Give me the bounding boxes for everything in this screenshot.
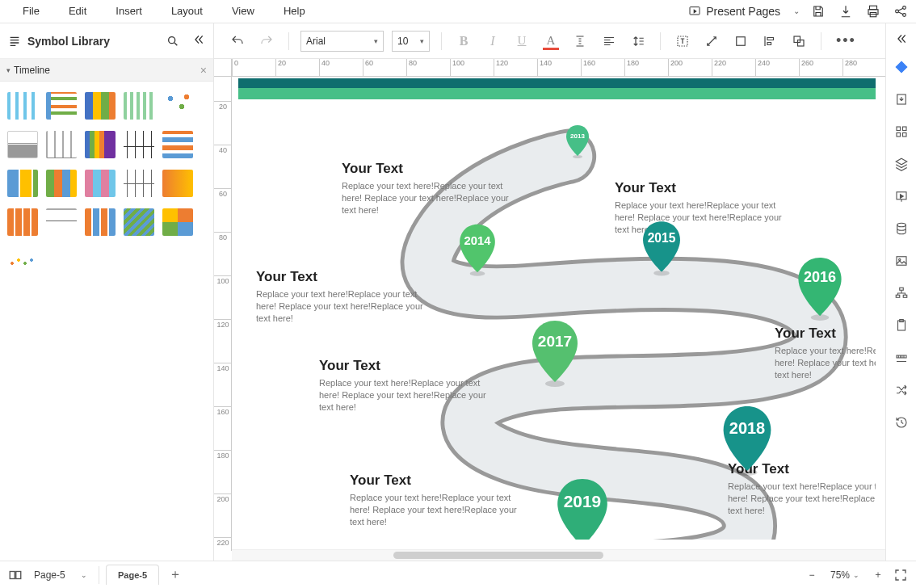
svg-rect-27: [897, 127, 901, 131]
pages-view-icon[interactable]: [8, 568, 23, 582]
text-block[interactable]: Your TextReplace your text here!Replace …: [350, 472, 519, 528]
download-icon[interactable]: [838, 4, 853, 19]
group-button[interactable]: [788, 31, 809, 52]
undo-button[interactable]: [227, 31, 248, 52]
bold-button[interactable]: B: [453, 31, 474, 52]
timeline-symbol[interactable]: [42, 125, 81, 164]
timeline-symbol[interactable]: [158, 203, 197, 242]
timeline-symbol[interactable]: [81, 203, 120, 242]
page-tab[interactable]: Page-5: [106, 565, 159, 585]
svg-point-5: [903, 6, 906, 9]
page-content[interactable]: Your TextReplace your text here!Replace …: [238, 78, 876, 540]
line-spacing-button[interactable]: [628, 31, 649, 52]
style-panel-button[interactable]: [888, 52, 915, 82]
timeline-symbol[interactable]: [120, 203, 158, 242]
timeline-symbol[interactable]: [120, 125, 158, 164]
share-icon[interactable]: [893, 4, 908, 19]
menu-view[interactable]: View: [217, 0, 269, 22]
timeline-symbol[interactable]: [81, 125, 120, 164]
svg-rect-41: [16, 571, 21, 578]
text-body: Replace your text here!Replace your text…: [350, 492, 519, 528]
menu-insert[interactable]: Insert: [101, 0, 157, 22]
shape-fill-button[interactable]: [730, 31, 751, 52]
present-pages-button[interactable]: Present Pages: [680, 2, 788, 21]
svg-rect-33: [897, 257, 906, 266]
slideshow-panel-button[interactable]: [888, 182, 915, 211]
data-panel-button[interactable]: [888, 214, 915, 243]
shuffle-button[interactable]: [888, 376, 915, 405]
timeline-symbol[interactable]: [42, 86, 81, 125]
page-select[interactable]: Page-5⌄: [29, 565, 92, 586]
svg-rect-28: [902, 127, 906, 131]
image-panel-button[interactable]: [888, 246, 915, 275]
text-block[interactable]: Your TextReplace your text here!Replace …: [342, 161, 511, 216]
underline-button[interactable]: U: [511, 31, 532, 52]
zoom-in-button[interactable]: ＋: [869, 566, 887, 584]
font-color-button[interactable]: A: [540, 31, 561, 52]
components-panel-button[interactable]: [888, 117, 915, 146]
menu-help[interactable]: Help: [269, 0, 320, 22]
italic-button[interactable]: I: [482, 31, 503, 52]
expand-dock-button[interactable]: [895, 28, 908, 49]
history-panel-button[interactable]: [888, 408, 915, 437]
font-family-select[interactable]: Arial▾: [300, 31, 384, 52]
toolbar-more-button[interactable]: •••: [833, 32, 859, 49]
present-dropdown[interactable]: ⌄: [788, 3, 805, 19]
redo-button[interactable]: [256, 31, 277, 52]
timeline-symbol[interactable]: [120, 164, 158, 203]
text-align-button[interactable]: [599, 31, 620, 52]
section-close-button[interactable]: ×: [200, 64, 207, 77]
timeline-symbol[interactable]: [3, 125, 42, 164]
canvas-area[interactable]: 020406080100120140160180200220240260280 …: [214, 59, 885, 561]
horizontal-scrollbar[interactable]: [232, 549, 885, 561]
timeline-symbol[interactable]: [158, 164, 197, 203]
print-icon[interactable]: [866, 4, 880, 19]
collapse-sidebar-button[interactable]: [192, 33, 205, 48]
menu-edit[interactable]: Edit: [54, 0, 101, 22]
zoom-out-button[interactable]: −: [803, 566, 821, 584]
svg-rect-29: [897, 133, 901, 137]
connector-tool-button[interactable]: [701, 31, 722, 52]
timeline-symbol[interactable]: [81, 164, 120, 203]
timeline-symbol[interactable]: [158, 86, 197, 125]
add-page-button[interactable]: ＋: [166, 565, 185, 585]
timeline-symbol[interactable]: [3, 86, 42, 125]
timeline-symbol[interactable]: [120, 86, 158, 125]
play-icon: [688, 5, 701, 18]
timeline-symbol[interactable]: [3, 203, 42, 242]
text-block[interactable]: Your TextReplace your text here!Replace …: [615, 180, 784, 236]
timeline-symbol[interactable]: [42, 203, 81, 242]
text-block[interactable]: Your TextReplace your text here!Replace …: [319, 358, 489, 414]
menu-file[interactable]: File: [8, 0, 54, 22]
timeline-symbol[interactable]: [3, 242, 42, 280]
align-objects-button[interactable]: [759, 31, 780, 52]
library-title: Symbol Library: [27, 35, 160, 48]
timeline-symbol[interactable]: [81, 86, 120, 125]
text-block[interactable]: Your TextReplace your text here!Replace …: [728, 461, 876, 517]
timeline-symbol[interactable]: [158, 125, 197, 164]
section-timeline-label: Timeline: [14, 65, 50, 76]
outline-panel-button[interactable]: [888, 279, 915, 308]
layers-panel-button[interactable]: [888, 149, 915, 178]
save-icon[interactable]: [811, 4, 826, 19]
ruler-panel-button[interactable]: [888, 343, 915, 372]
menu-layout[interactable]: Layout: [157, 0, 217, 22]
text-body: Replace your text here!Replace your text…: [319, 377, 489, 414]
clipboard-panel-button[interactable]: [888, 311, 915, 340]
text-body: Replace your text here!Replace your text…: [615, 200, 784, 236]
export-panel-button[interactable]: [888, 85, 915, 114]
svg-rect-30: [902, 133, 906, 137]
text-block[interactable]: Your TextReplace your text here!Replace …: [775, 326, 876, 381]
text-block[interactable]: Your TextReplace your text here!Replace …: [256, 269, 426, 325]
timeline-symbol[interactable]: [42, 164, 81, 203]
menu-bar: File Edit Insert Layout View Help Presen…: [0, 0, 916, 23]
fit-screen-icon[interactable]: [893, 568, 908, 582]
zoom-value[interactable]: 75%⌄: [827, 569, 863, 581]
status-bar: Page-5⌄ Page-5 ＋ − 75%⌄ ＋: [0, 561, 916, 588]
section-timeline-header[interactable]: ▾ Timeline ×: [0, 59, 213, 82]
text-align-vert-button[interactable]: [569, 31, 590, 52]
search-icon[interactable]: [166, 35, 179, 48]
timeline-symbol[interactable]: [3, 164, 42, 203]
font-size-select[interactable]: 10▾: [392, 31, 430, 52]
text-tool-button[interactable]: [672, 31, 693, 52]
